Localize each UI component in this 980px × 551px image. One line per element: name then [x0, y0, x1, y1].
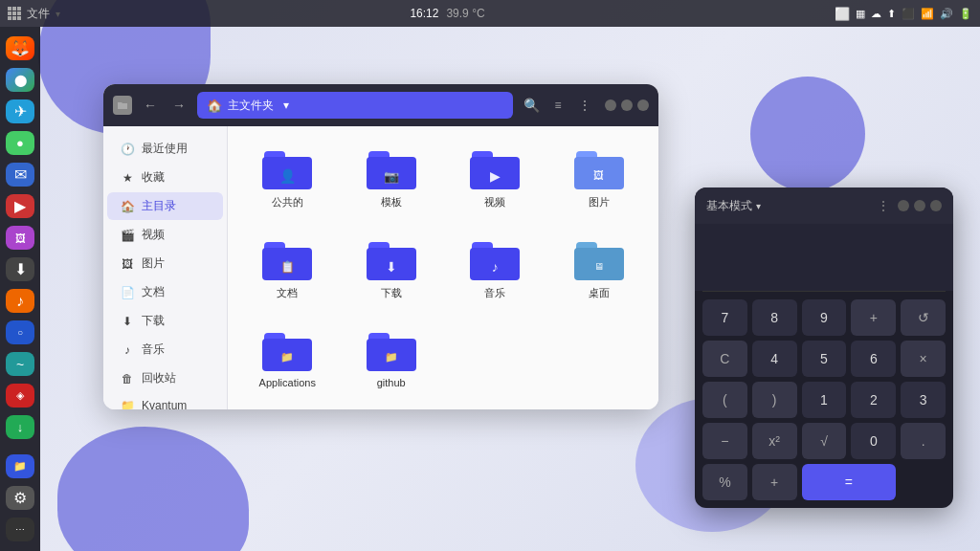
fm-sidebar-documents[interactable]: 📄 文档 [107, 278, 223, 306]
calc-btn-percent[interactable]: % [702, 464, 747, 500]
fm-menu-button[interactable]: ⋮ [574, 95, 595, 116]
bookmarks-icon: ★ [121, 171, 134, 185]
calc-btn-2[interactable]: 2 [851, 382, 896, 418]
folder-icon-downloads: ⬇ [367, 240, 416, 280]
folder-icon-videos: ▶ [470, 149, 520, 189]
downloads-icon: ⬇ [121, 315, 134, 328]
calc-btn-backspace[interactable]: ↺ [901, 299, 946, 336]
fm-folder-templates[interactable]: 📷 模板 [347, 142, 436, 217]
calc-btn-rparen[interactable]: ) [752, 382, 797, 418]
calc-titlebar: 基本模式 ▾ ⋮ [695, 187, 953, 224]
fm-folder-label: 模板 [381, 195, 402, 209]
calc-btn-multiply[interactable]: × [901, 341, 946, 377]
folder-icon-github: 📁 [367, 331, 416, 371]
folder-icon-public: 👤 [262, 149, 312, 189]
fm-sidebar-kvantum[interactable]: 📁 Kvantum [107, 393, 223, 409]
volume-icon: 🔊 [940, 8, 953, 20]
fm-location-bar[interactable]: 🏠 主文件夹 ▾ [197, 92, 513, 119]
apps-grid-icon[interactable] [8, 7, 21, 20]
sidebar-icon-app8[interactable]: ⬇ [6, 257, 34, 281]
sidebar-icon-app10[interactable]: ○ [6, 320, 34, 344]
calc-btn-3[interactable]: 3 [901, 382, 946, 418]
calc-btn-0[interactable]: 0 [851, 423, 896, 459]
sidebar-icon-image[interactable]: 🖼 [6, 226, 34, 250]
sidebar-icon-app13[interactable]: ↓ [6, 415, 34, 439]
fm-wc-close[interactable] [637, 99, 649, 111]
monitor-icon: ⬜ [835, 7, 850, 21]
calc-wc-close[interactable] [930, 200, 942, 211]
sidebar-icon-firefox[interactable]: 🦊 [6, 36, 34, 60]
sidebar-icon-music[interactable]: ♪ [6, 289, 34, 313]
calc-btn-plus[interactable]: + [851, 299, 896, 336]
fm-sidebar-bookmarks-label: 收藏 [142, 169, 165, 186]
fm-sidebar-bookmarks[interactable]: ★ 收藏 [107, 164, 223, 191]
calc-btn-equals[interactable]: = [802, 464, 897, 500]
fm-view-button[interactable]: ≡ [547, 95, 568, 116]
calc-menu-button[interactable]: ⋮ [877, 198, 890, 213]
fm-folder-videos[interactable]: ▶ 视频 [451, 142, 540, 217]
calc-btn-6[interactable]: 6 [851, 341, 896, 377]
calc-btn-5[interactable]: 5 [802, 341, 847, 377]
fm-search-button[interactable]: 🔍 [521, 95, 542, 116]
sidebar-icon-app11[interactable]: ~ [6, 352, 34, 376]
fm-folder-public[interactable]: 👤 公共的 [243, 142, 332, 217]
fm-sidebar-trash[interactable]: 🗑 回收站 [107, 364, 223, 392]
calc-btn-minus[interactable]: − [702, 423, 747, 459]
fm-sidebar-downloads[interactable]: ⬇ 下载 [107, 307, 223, 335]
fm-forward-button[interactable]: → [168, 95, 189, 116]
documents-icon: 📄 [121, 286, 134, 299]
sidebar-icon-mail[interactable]: ✉ [6, 163, 34, 187]
fm-sidebar-music[interactable]: ♪ 音乐 [107, 336, 223, 364]
fm-folder-music[interactable]: ♪ 音乐 [451, 232, 540, 308]
fm-toolbar-right: 🔍 ≡ ⋮ [521, 95, 649, 116]
calc-btn-lparen[interactable]: ( [702, 382, 747, 418]
sidebar-icon-chrome[interactable]: ⬤ [6, 68, 34, 92]
fm-folder-pictures[interactable]: 🖼 图片 [555, 142, 644, 217]
calc-wc-max[interactable] [914, 200, 925, 211]
calc-btn-sqrt[interactable]: √ [802, 423, 847, 459]
calc-btn-add2[interactable]: + [752, 464, 797, 500]
calc-wc-min[interactable] [898, 200, 909, 211]
fm-back-button[interactable]: ← [140, 95, 161, 116]
fm-folder-applications[interactable]: 📁 Applications [243, 323, 332, 396]
fm-folder-documents[interactable]: 📋 文档 [243, 232, 332, 308]
fm-sidebar-kvantum-label: Kvantum [142, 399, 187, 409]
calc-btn-1[interactable]: 1 [802, 382, 847, 418]
fm-wc-max[interactable] [621, 99, 633, 111]
folder-body: ⬇ [367, 248, 416, 280]
calc-btn-square[interactable]: x² [752, 423, 797, 459]
fm-sidebar-music-label: 音乐 [142, 342, 165, 358]
fm-sidebar-home[interactable]: 🏠 主目录 [107, 192, 223, 220]
sidebar-icon-video[interactable]: ▶ [6, 194, 34, 218]
sidebar-icon-app12[interactable]: ◈ [6, 384, 34, 408]
calc-title-area: 基本模式 ▾ [706, 198, 869, 214]
calc-btn-9[interactable]: 9 [802, 299, 847, 336]
sidebar-icon-settings[interactable]: ⚙ [6, 486, 34, 510]
calc-btn-8[interactable]: 8 [752, 299, 797, 336]
fm-sidebar-videos[interactable]: 🎬 视频 [107, 221, 223, 249]
fm-wc-min[interactable] [605, 99, 616, 111]
sidebar-icon-app4[interactable]: ● [6, 131, 34, 155]
sidebar-icon-telegram[interactable]: ✈ [6, 99, 34, 123]
fm-sidebar-pictures[interactable]: 🖼 图片 [107, 250, 223, 277]
folder-glyph: 📋 [280, 260, 295, 274]
fm-titlebar: ← → 🏠 主文件夹 ▾ 🔍 ≡ ⋮ [103, 84, 658, 126]
folder-body: 📁 [262, 339, 312, 371]
calc-btn-4[interactable]: 4 [752, 341, 797, 377]
fm-folder-downloads[interactable]: ⬇ 下载 [347, 232, 436, 308]
calc-btn-7[interactable]: 7 [702, 299, 747, 336]
calc-btn-c[interactable]: C [702, 341, 747, 377]
sidebar-icon-files[interactable]: 📁 [6, 454, 34, 478]
layout-icon: ▦ [856, 8, 865, 20]
display-icon: ⬛ [902, 8, 915, 20]
fm-folder-github[interactable]: 📁 github [347, 323, 436, 396]
folder-glyph: ⬇ [386, 259, 397, 275]
fm-folder-label: 桌面 [589, 286, 610, 300]
folder-icon-templates: 📷 [367, 149, 416, 189]
calc-window-controls [898, 200, 942, 211]
fm-folder-desktop[interactable]: 🖥 桌面 [555, 232, 644, 308]
fm-folder-label: 视频 [484, 195, 505, 209]
calc-btn-dot[interactable]: . [901, 423, 946, 459]
fm-sidebar-recent[interactable]: 🕐 最近使用 [107, 135, 223, 163]
sidebar-icon-appgrid[interactable]: ⋯ [6, 518, 34, 541]
